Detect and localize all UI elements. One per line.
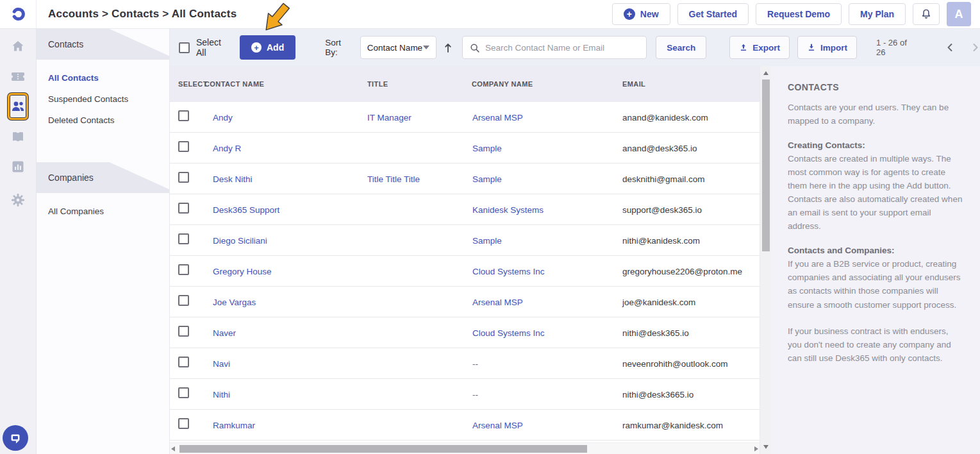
sort-field-value: Contact Name xyxy=(367,43,422,53)
rail-item-home[interactable] xyxy=(10,38,26,55)
company-name-link[interactable]: Arsenal MSP xyxy=(472,113,523,122)
chat-widget-button[interactable] xyxy=(3,425,28,451)
my-plan-label: My Plan xyxy=(860,9,894,19)
contact-name-link[interactable]: Naver xyxy=(213,328,236,338)
contact-email: anand@kanidesk.com xyxy=(622,113,708,122)
rail-item-tickets[interactable] xyxy=(10,68,26,85)
contact-name-link[interactable]: Andy xyxy=(213,113,233,122)
vertical-scrollbar[interactable] xyxy=(760,66,771,454)
row-checkbox[interactable] xyxy=(178,141,189,152)
import-button[interactable]: Import xyxy=(797,36,857,59)
contact-email: nithi@desk365.io xyxy=(622,328,689,338)
search-button[interactable]: Search xyxy=(656,36,706,59)
my-plan-button[interactable]: My Plan xyxy=(849,3,906,25)
sidebar-item-suspended-contacts[interactable]: Suspended Contacts xyxy=(37,88,169,110)
table-row: Desk365 SupportKanidesk Systemssupport@d… xyxy=(170,194,760,225)
row-checkbox[interactable] xyxy=(178,233,189,244)
company-name-link[interactable]: Sample xyxy=(472,236,502,246)
contact-name-link[interactable]: Nithi xyxy=(213,390,230,399)
plus-icon: + xyxy=(624,8,635,20)
row-checkbox[interactable] xyxy=(178,357,189,367)
contact-name-link[interactable]: Desk Nithi xyxy=(213,174,253,184)
sidebar-item-deleted-contacts[interactable]: Deleted Contacts xyxy=(37,110,169,131)
contact-email: desknithi@gmail.com xyxy=(622,174,705,184)
chevron-down-icon xyxy=(423,46,429,49)
rail-item-reports[interactable] xyxy=(10,158,26,175)
contact-title-link[interactable]: IT Manager xyxy=(367,113,411,122)
row-checkbox[interactable] xyxy=(178,203,189,214)
request-demo-button[interactable]: Request Demo xyxy=(756,3,842,25)
contact-name-link[interactable]: Gregory House xyxy=(213,267,272,276)
row-checkbox[interactable] xyxy=(178,387,189,398)
contact-email: ramkumar@kanidesk.com xyxy=(622,421,723,430)
help-note-text: If your business contract is with enduse… xyxy=(788,324,963,365)
table-header: SELECT CONTACT NAME TITLE COMPANY NAME E… xyxy=(170,66,760,102)
company-name-link[interactable]: Arsenal MSP xyxy=(472,298,523,307)
get-started-button[interactable]: Get Started xyxy=(677,3,749,25)
contact-name-link[interactable]: Desk365 Support xyxy=(213,205,279,215)
table-row: RamkumarArsenal MSPramkumar@kanidesk.com xyxy=(170,410,760,441)
scroll-left-icon[interactable] xyxy=(170,446,176,451)
company-name-link[interactable]: Cloud Systems Inc xyxy=(472,267,545,276)
scroll-up-icon[interactable] xyxy=(763,69,768,78)
contact-name-link[interactable]: Joe Vargas xyxy=(213,298,256,307)
row-checkbox[interactable] xyxy=(178,264,189,275)
horizontal-scrollbar[interactable] xyxy=(170,442,760,454)
horizontal-scroll-thumb[interactable] xyxy=(179,445,587,453)
company-name-link[interactable]: Arsenal MSP xyxy=(472,421,523,430)
rail-item-knowledge-base[interactable] xyxy=(10,128,26,145)
arrow-up-icon xyxy=(443,42,453,53)
column-header-company-name: COMPANY NAME xyxy=(468,80,619,88)
sort-field-select[interactable]: Contact Name xyxy=(360,36,436,59)
vertical-scroll-thumb[interactable] xyxy=(762,80,770,251)
search-input[interactable] xyxy=(485,43,640,53)
row-checkbox[interactable] xyxy=(178,172,189,183)
contact-email: nithi@desk3665.io xyxy=(622,390,693,399)
rail-item-contacts[interactable] xyxy=(10,98,26,115)
avatar[interactable]: A xyxy=(947,2,971,26)
company-name-link[interactable]: Cloud Systems Inc xyxy=(472,328,545,338)
sidebar-item-all-contacts[interactable]: All Contacts xyxy=(37,67,169,88)
row-checkbox[interactable] xyxy=(178,295,189,306)
column-header-contact-name: CONTACT NAME xyxy=(204,80,362,88)
app-logo[interactable] xyxy=(0,0,37,28)
contact-name-link[interactable]: Diego Siciliani xyxy=(213,236,267,246)
select-all-checkbox[interactable] xyxy=(179,42,190,53)
search-icon xyxy=(469,42,480,53)
scroll-down-icon[interactable] xyxy=(763,442,768,451)
rail-item-settings[interactable] xyxy=(10,192,26,208)
content-row: SELECT CONTACT NAME TITLE COMPANY NAME E… xyxy=(170,66,980,454)
row-checkbox[interactable] xyxy=(178,326,189,337)
book-icon xyxy=(10,129,26,144)
scroll-right-icon[interactable] xyxy=(753,446,760,451)
next-page-button[interactable] xyxy=(971,42,980,53)
new-button[interactable]: + New xyxy=(612,3,670,25)
bell-icon xyxy=(920,8,933,21)
app-body: Contacts All Contacts Suspended Contacts… xyxy=(0,29,980,454)
contact-name-link[interactable]: Andy R xyxy=(213,144,241,153)
get-started-label: Get Started xyxy=(689,9,737,19)
main-column: Select All + Add Sort By: Contact Name xyxy=(170,29,980,454)
sort-direction-button[interactable] xyxy=(443,42,453,53)
help-panel-heading: CONTACTS xyxy=(788,82,963,92)
notifications-button[interactable] xyxy=(913,3,940,25)
home-icon xyxy=(10,38,26,54)
companies-list: All Companies xyxy=(37,193,169,222)
add-button-label: Add xyxy=(267,42,284,53)
add-contact-button[interactable]: + Add xyxy=(240,35,295,60)
previous-page-button[interactable] xyxy=(945,42,954,53)
company-name-link[interactable]: Kanidesk Systems xyxy=(472,205,544,215)
contact-title-link[interactable]: Title Title Title xyxy=(367,174,420,184)
row-checkbox[interactable] xyxy=(178,110,189,121)
top-bar: Accounts > Contacts > All Contacts + New… xyxy=(0,0,980,29)
column-header-email: EMAIL xyxy=(619,80,760,88)
row-checkbox[interactable] xyxy=(178,418,189,429)
company-name-link[interactable]: Sample xyxy=(472,144,502,153)
sidebar-item-all-companies[interactable]: All Companies xyxy=(37,201,169,222)
contact-name-link[interactable]: Ramkumar xyxy=(213,421,255,430)
contact-name-link[interactable]: Navi xyxy=(213,359,230,369)
export-button[interactable]: Export xyxy=(729,36,790,59)
company-name-link[interactable]: Sample xyxy=(472,174,502,184)
contacts-icon xyxy=(10,98,26,115)
table-row: Navi--neveenrohith@outlook.com xyxy=(170,348,760,379)
